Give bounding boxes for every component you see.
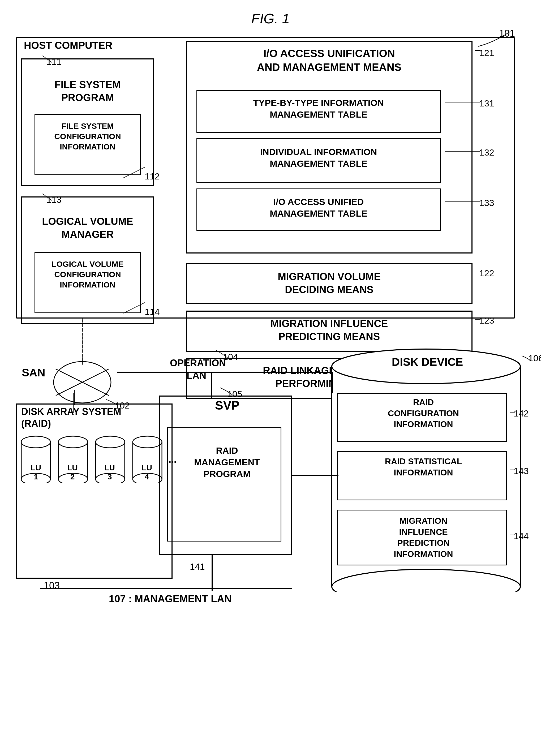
- raid-management-program-label: RAIDMANAGEMENTPROGRAM: [171, 445, 283, 480]
- svp-label: SVP: [215, 398, 240, 413]
- io-access-label: I/O ACCESS UNIFICATIONAND MANAGEMENT MEA…: [202, 46, 457, 74]
- svg-point-20: [133, 436, 162, 448]
- logical-volume-manager-label: LOGICAL VOLUMEMANAGER: [24, 215, 151, 241]
- ref-line-142: [508, 410, 516, 415]
- host-san-lines: [66, 318, 98, 411]
- lu1-label: LU1: [28, 463, 44, 481]
- figure-title: FIG. 1: [252, 11, 289, 27]
- op-lan-to-svp-line: [211, 372, 212, 397]
- label-103: 103: [44, 580, 60, 591]
- logical-volume-config-info-label: LOGICAL VOLUMECONFIGURATIONINFORMATION: [36, 259, 139, 290]
- ref-line-114: [122, 300, 149, 315]
- ref-line-132: [443, 149, 482, 154]
- management-lan-line-h: [40, 588, 292, 589]
- lu2-label: LU2: [65, 463, 80, 481]
- ref-line-112: [122, 165, 149, 179]
- svg-point-11: [21, 436, 50, 448]
- ref-line-104: [215, 349, 230, 360]
- ref-line-121: [474, 48, 482, 53]
- svg-point-17: [96, 436, 125, 448]
- diagram: FIG. 1 101 HOST COMPUTER FILE SYSTEMPROG…: [0, 0, 541, 756]
- ref-line-131: [443, 100, 482, 105]
- raid-config-info-label: RAIDCONFIGURATIONINFORMATION: [341, 397, 506, 430]
- ref-line-122: [474, 269, 482, 275]
- disk-device-label: DISK DEVICE: [369, 356, 486, 368]
- ref-line-144: [508, 532, 516, 538]
- io-access-unified-table-label: I/O ACCESS UNIFIEDMANAGEMENT TABLE: [199, 196, 438, 219]
- migration-influence-prediction-info-label: MIGRATIONINFLUENCEPREDICTIONINFORMATION: [341, 516, 506, 560]
- ref-line-133: [443, 199, 482, 204]
- disk-array-system-box: [16, 404, 173, 579]
- file-system-program-label: FILE SYSTEMPROGRAM: [24, 78, 151, 105]
- raid-statistical-info-label: RAID STATISTICALINFORMATION: [341, 456, 506, 478]
- host-computer-label: HOST COMPUTER: [24, 40, 113, 51]
- ref-line-113: [41, 192, 54, 203]
- lu4-label: LU4: [139, 463, 155, 481]
- ref-line-105: [219, 387, 232, 396]
- type-by-type-info-table-label: TYPE-BY-TYPE INFORMATIONMANAGEMENT TABLE: [199, 97, 438, 120]
- op-lan-to-disk-line-v: [332, 372, 333, 393]
- svp-to-rmp-line: [212, 555, 213, 590]
- svg-point-14: [58, 436, 88, 448]
- ref-line-106: [520, 354, 532, 362]
- lu3-label: LU3: [102, 463, 118, 481]
- individual-info-table-label: INDIVIDUAL INFORMATIONMANAGEMENT TABLE: [199, 146, 438, 170]
- migration-volume-deciding-label: MIGRATION VOLUMEDECIDING MEANS: [202, 270, 457, 296]
- ref-line-143: [508, 467, 516, 473]
- disk-array-system-label2: (RAID): [21, 418, 51, 429]
- svp-to-disk-line-h: [292, 475, 338, 476]
- migration-influence-predicting-label: MIGRATION INFLUENCEPREDICTING MEANS: [202, 317, 457, 343]
- label-141: 141: [190, 562, 205, 572]
- op-lan-to-disk-line-h: [211, 372, 333, 373]
- management-lan-label: 107 : MANAGEMENT LAN: [109, 593, 232, 605]
- ref-line-123: [474, 317, 482, 322]
- ref-line-111: [41, 54, 54, 65]
- file-system-config-info-label: FILE SYSTEMCONFIGURATIONINFORMATION: [36, 121, 139, 152]
